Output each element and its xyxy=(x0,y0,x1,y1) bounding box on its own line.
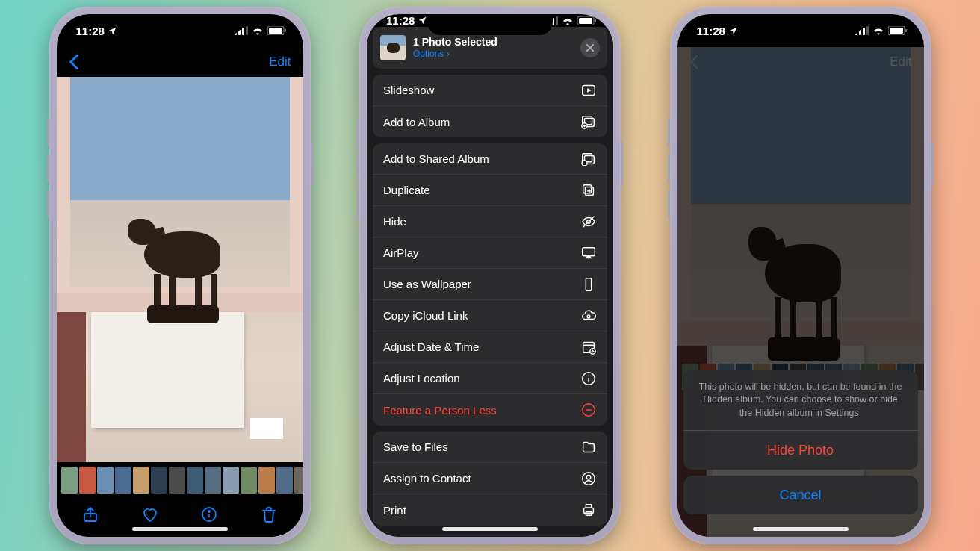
cancel-button[interactable]: Cancel xyxy=(683,476,918,514)
location-arrow-icon xyxy=(418,16,427,25)
action-label: AirPlay xyxy=(383,246,419,259)
share-action-feature-a-person-less[interactable]: Feature a Person Less xyxy=(373,394,607,426)
notch xyxy=(738,14,863,35)
home-indicator[interactable] xyxy=(753,527,849,531)
person-circle-icon xyxy=(580,470,597,487)
heart-icon[interactable] xyxy=(141,505,159,523)
thumbnail[interactable] xyxy=(276,467,293,494)
thumbnail[interactable] xyxy=(79,467,96,494)
share-action-copy-icloud-link[interactable]: Copy iCloud Link xyxy=(373,300,607,331)
airplay-icon xyxy=(580,245,597,261)
wifi-icon xyxy=(562,16,574,25)
svg-rect-38 xyxy=(586,278,591,290)
shared-album-icon xyxy=(580,151,597,167)
minus-circle-icon xyxy=(580,402,597,418)
info-circle-icon xyxy=(580,370,597,387)
svg-rect-16 xyxy=(579,18,592,24)
edit-dimmed: Edit xyxy=(890,55,911,69)
status-time: 11:28 xyxy=(386,14,415,27)
folder-icon xyxy=(580,439,597,455)
status-time: 11:28 xyxy=(697,25,725,37)
thumbnail[interactable] xyxy=(187,467,203,494)
action-sheet: This photo will be hidden, but can be fo… xyxy=(683,370,918,521)
options-link[interactable]: Options › xyxy=(413,49,573,59)
share-action-adjust-date-time[interactable]: Adjust Date & Time xyxy=(373,331,607,363)
action-label: Add to Album xyxy=(383,116,450,128)
action-label: Duplicate xyxy=(383,184,430,196)
action-label: Use as Wallpaper xyxy=(383,278,471,290)
share-action-airplay[interactable]: AirPlay xyxy=(373,237,607,269)
svg-rect-17 xyxy=(595,19,596,22)
info-icon[interactable] xyxy=(200,505,218,523)
share-action-save-to-files[interactable]: Save to Files xyxy=(373,432,607,463)
thumbnail[interactable] xyxy=(97,467,114,494)
action-label: Copy iCloud Link xyxy=(383,309,468,322)
close-button[interactable] xyxy=(580,38,600,57)
share-action-duplicate[interactable]: Duplicate xyxy=(373,175,607,206)
share-icon[interactable] xyxy=(81,505,99,523)
thumbnail[interactable] xyxy=(294,467,303,494)
svg-rect-14 xyxy=(556,16,558,25)
action-label: Slideshow xyxy=(383,84,434,96)
location-arrow-icon xyxy=(728,26,738,36)
play-rect-icon xyxy=(580,82,597,99)
svg-marker-37 xyxy=(585,254,592,258)
trash-icon[interactable] xyxy=(260,505,278,523)
svg-point-51 xyxy=(586,475,591,479)
share-action-hide[interactable]: Hide xyxy=(373,206,607,237)
share-action-print[interactable]: Print xyxy=(373,494,607,526)
svg-rect-60 xyxy=(890,28,903,34)
thumbnail[interactable] xyxy=(258,467,275,494)
svg-rect-58 xyxy=(866,26,869,35)
album-plus-icon xyxy=(580,113,597,130)
photo-viewport[interactable] xyxy=(57,77,303,462)
notch xyxy=(427,14,553,35)
thumbnail[interactable] xyxy=(241,467,257,494)
action-label: Adjust Location xyxy=(383,372,460,385)
action-label: Print xyxy=(383,504,406,517)
share-action-adjust-location[interactable]: Adjust Location xyxy=(373,363,607,394)
svg-point-29 xyxy=(582,161,587,166)
photo-nav-bar: Edit xyxy=(57,47,303,77)
svg-point-10 xyxy=(208,511,210,512)
action-sheet-message: This photo will be hidden, but can be fo… xyxy=(683,370,918,432)
hide-photo-button[interactable]: Hide Photo xyxy=(683,431,918,470)
action-label: Assign to Contact xyxy=(383,472,471,485)
thumbnail[interactable] xyxy=(169,467,185,494)
iphone-2: 11:28 1 Photo Selected Options › Slid xyxy=(359,7,621,544)
share-action-slideshow[interactable]: Slideshow xyxy=(373,75,607,106)
status-time: 11:28 xyxy=(76,25,105,37)
action-label: Adjust Date & Time xyxy=(383,340,479,353)
svg-rect-5 xyxy=(269,28,282,34)
action-label: Save to Files xyxy=(383,441,448,453)
svg-point-39 xyxy=(587,315,590,318)
home-indicator[interactable] xyxy=(132,527,228,531)
wifi-icon xyxy=(872,26,884,35)
thumbnail[interactable] xyxy=(115,467,131,494)
svg-rect-53 xyxy=(586,505,591,508)
thumbnail[interactable] xyxy=(61,467,78,494)
thumbnail[interactable] xyxy=(133,467,149,494)
svg-rect-52 xyxy=(584,508,594,513)
thumbnail[interactable] xyxy=(223,467,239,494)
thumbnail-strip[interactable] xyxy=(57,462,303,498)
phone-rect-icon xyxy=(580,276,597,293)
thumbnail[interactable] xyxy=(205,467,221,494)
thumbnail[interactable] xyxy=(151,467,167,494)
share-actions-list[interactable]: SlideshowAdd to AlbumAdd to Shared Album… xyxy=(367,69,613,537)
selection-title: 1 Photo Selected xyxy=(413,36,573,49)
dimmed-nav: Edit xyxy=(677,47,924,77)
notch xyxy=(117,14,243,35)
home-indicator[interactable] xyxy=(442,527,538,531)
share-action-add-to-album[interactable]: Add to Album xyxy=(373,106,607,137)
eye-slash-icon xyxy=(580,214,597,230)
share-action-add-to-shared-album[interactable]: Add to Shared Album xyxy=(373,143,607,175)
svg-point-47 xyxy=(588,375,589,376)
share-action-use-as-wallpaper[interactable]: Use as Wallpaper xyxy=(373,269,607,300)
share-action-assign-to-contact[interactable]: Assign to Contact xyxy=(373,463,607,494)
back-chevron-icon[interactable] xyxy=(69,54,79,70)
edit-button[interactable]: Edit xyxy=(269,55,291,69)
svg-rect-6 xyxy=(285,29,286,32)
svg-rect-2 xyxy=(242,28,244,35)
battery-icon xyxy=(267,26,287,35)
